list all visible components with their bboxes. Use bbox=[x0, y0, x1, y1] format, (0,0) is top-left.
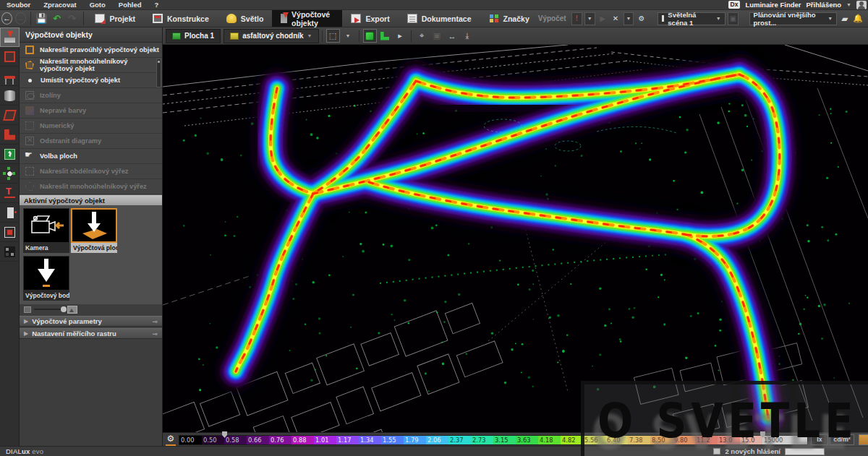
strip-structure-button[interactable] bbox=[0, 242, 20, 262]
strip-text-tool-button[interactable] bbox=[0, 184, 20, 203]
menu-pohled[interactable]: Pohled bbox=[112, 1, 148, 9]
calculation-warning-icon[interactable]: ! bbox=[571, 12, 582, 25]
sidebar-item-polygon-calc[interactable]: Nakreslit mnohoúhelníkový výpočtový obje… bbox=[20, 58, 162, 73]
focus-selection-icon[interactable]: ⌖ bbox=[415, 29, 429, 43]
scale-segment: 0.76 bbox=[269, 436, 292, 444]
forward-button[interactable]: → bbox=[15, 12, 26, 25]
solid-mode-icon[interactable] bbox=[363, 29, 377, 43]
false-colour-scale[interactable]: 0.000.500.580.660.760.881.011.171.341.55… bbox=[179, 435, 808, 445]
strip-extrude-button[interactable] bbox=[0, 125, 20, 145]
strip-room-button[interactable] bbox=[0, 47, 20, 66]
expand-arrow-icon: ▶ bbox=[24, 318, 28, 324]
scale-settings-gear-icon[interactable]: ⚙ bbox=[165, 434, 176, 445]
calc-settings-gear-icon[interactable]: ⚙ bbox=[636, 12, 647, 25]
rect-calc-icon bbox=[25, 46, 34, 54]
strip-column-button[interactable] bbox=[0, 86, 20, 106]
notifications-count[interactable]: 2 nových hlášení bbox=[725, 447, 780, 455]
scale-segment: 0.88 bbox=[292, 436, 314, 444]
edge-mode-icon[interactable] bbox=[378, 29, 392, 43]
undo-icon[interactable]: ↶ bbox=[51, 10, 63, 27]
user-avatar[interactable] bbox=[856, 1, 867, 9]
pin-icon[interactable]: ⊸ bbox=[152, 330, 158, 337]
structure-icon bbox=[4, 246, 15, 257]
mode-expand-arrow[interactable]: ▸ bbox=[393, 29, 407, 43]
strip-door-button[interactable] bbox=[0, 203, 20, 223]
sidebar-scrollbar[interactable] bbox=[156, 59, 161, 87]
tab-světlo[interactable]: Světlo bbox=[218, 10, 273, 27]
grid-arrangement-dropdown[interactable]: ▼ bbox=[341, 29, 355, 43]
render-quality-icon[interactable]: ▰ bbox=[839, 12, 850, 25]
light-scene-extra-button[interactable]: ▣ bbox=[728, 12, 739, 25]
tab-značky[interactable]: Značky bbox=[480, 10, 538, 27]
strip-calc-surface-tool-button[interactable] bbox=[0, 27, 20, 47]
measure-width-icon[interactable]: ↔ bbox=[446, 29, 459, 43]
notifications-bell-icon[interactable]: 🔔 bbox=[852, 12, 864, 25]
tab-export[interactable]: Export bbox=[342, 10, 398, 27]
tab-projekt[interactable]: Projekt bbox=[86, 10, 144, 27]
sidebar: Výpočtové objekty Nakreslit pravoúhlý vý… bbox=[20, 27, 163, 446]
scale-segment: 0.66 bbox=[247, 436, 269, 444]
strip-furniture-button[interactable] bbox=[0, 66, 20, 86]
tags-icon bbox=[489, 14, 499, 23]
menu-goto[interactable]: Goto bbox=[83, 1, 112, 9]
scene-canvas[interactable] bbox=[163, 45, 868, 432]
sidebar-item-place-point[interactable]: Umístit výpočtový objekt bbox=[20, 73, 162, 88]
strip-select-area-button[interactable] bbox=[0, 223, 20, 242]
sidebar-item-label: Umístit výpočtový objekt bbox=[41, 77, 120, 84]
tile-calc-surface[interactable]: Výpočtová plocha bbox=[71, 208, 117, 254]
dx-badge-icon[interactable]: Dx bbox=[728, 1, 741, 9]
surface-material-select[interactable]: asfaltový chodník ▼ bbox=[224, 29, 318, 43]
construction-icon bbox=[153, 14, 163, 23]
strip-view-button[interactable] bbox=[0, 164, 20, 184]
pin-icon[interactable]: ⊸ bbox=[152, 318, 158, 325]
sidebar-item-label: Nakreslit mnohoúhelníkový výřez bbox=[40, 183, 147, 190]
cancel-calculation-icon[interactable]: ✕ bbox=[610, 12, 621, 25]
sidebar-item-numeric-grid: Numerický bbox=[20, 119, 162, 134]
unit-cdm2-button[interactable]: cd/m² bbox=[830, 434, 854, 445]
messages-icon[interactable] bbox=[713, 448, 720, 455]
sidebar-item-rect-calc[interactable]: Nakreslit pravoúhlý výpočtový objekt bbox=[20, 43, 162, 58]
panel-calculation-parameters[interactable]: ▶Výpočtové parametry⊸ bbox=[20, 316, 162, 327]
menu-?[interactable]: ? bbox=[148, 1, 166, 9]
measure-height-icon[interactable]: ⤓ bbox=[461, 29, 475, 43]
tile-view-toggle[interactable] bbox=[67, 306, 77, 314]
camera-tile-icon bbox=[23, 208, 69, 243]
planning-mode-select[interactable]: Plánování vnějšího prost... ▼ bbox=[749, 12, 838, 25]
cancel-dropdown[interactable]: ▼ bbox=[624, 12, 634, 25]
redo-icon[interactable]: ↷ bbox=[66, 10, 78, 27]
sidebar-item-polygon-cut: Nakreslit mnohoúhelníkový výřez bbox=[20, 179, 162, 194]
light-scene-icon bbox=[662, 15, 664, 22]
colour-swatch-1[interactable] bbox=[859, 434, 868, 445]
menu-zpracovat[interactable]: Zpracovat bbox=[37, 1, 82, 9]
tile-zoom-slider[interactable] bbox=[34, 309, 64, 310]
scale-segment: 2.73 bbox=[471, 436, 493, 444]
light-scene-select[interactable]: Světelná scéna 1 ▼ bbox=[658, 12, 726, 25]
grid-arrangement-icon[interactable]: ⬚ bbox=[326, 29, 340, 43]
tab-výpočtové-objekty[interactable]: Výpočtové objekty bbox=[272, 10, 342, 27]
strip-cutout-button[interactable] bbox=[0, 106, 20, 125]
menu-soubor[interactable]: Soubor bbox=[0, 1, 37, 9]
polygon-cut-icon bbox=[25, 182, 34, 191]
account-caret-icon[interactable]: ▼ bbox=[846, 2, 851, 7]
area-1-button[interactable]: Plocha 1 bbox=[166, 29, 221, 43]
align-icon[interactable]: ▣ bbox=[430, 29, 444, 43]
zoom-small-icon bbox=[24, 306, 31, 313]
save-icon[interactable]: 💾 bbox=[35, 10, 48, 27]
back-button[interactable]: ← bbox=[1, 12, 12, 25]
active-object-tiles: KameraVýpočtová plochaVýpočtový bod bbox=[20, 205, 162, 304]
menubar: SouborZpracovatGotoPohled? Dx Luminaire … bbox=[0, 0, 868, 10]
sidebar-item-label: Izolíny bbox=[40, 92, 61, 99]
panel-measuring-grid-settings[interactable]: ▶Nastavení měřícího rastru⊸ bbox=[20, 328, 162, 339]
account-menu[interactable]: Přihlášeno bbox=[806, 1, 841, 9]
strip-picture-button[interactable] bbox=[0, 145, 20, 164]
tab-dokumentace[interactable]: Dokumentace bbox=[399, 10, 480, 27]
scale-segment: 1.17 bbox=[336, 436, 359, 444]
play-calculation-icon[interactable]: ▶ bbox=[597, 12, 608, 25]
luminaire-finder-link[interactable]: Luminaire Finder bbox=[745, 1, 801, 9]
sidebar-item-hand-select[interactable]: Volba ploch bbox=[20, 149, 162, 164]
tab-konstrukce[interactable]: Konstrukce bbox=[144, 10, 218, 27]
calculation-dropdown[interactable]: ▼ bbox=[584, 12, 595, 25]
tile-calc-point[interactable]: Výpočtový bod bbox=[23, 256, 69, 302]
tile-camera[interactable]: Kamera bbox=[23, 208, 69, 254]
unit-lx-button[interactable]: lx bbox=[811, 434, 828, 445]
